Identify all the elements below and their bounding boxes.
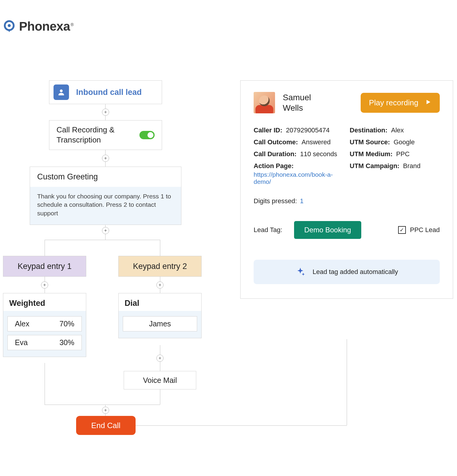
person-icon [54,84,69,100]
add-step-icon[interactable]: + [41,281,48,289]
utm-medium-row: UTM Medium: PPC [350,150,440,158]
connector-line [347,339,347,425]
call-recording-node[interactable]: Call Recording & Transcription [49,120,162,150]
utm-source-row: UTM Source: Google [350,138,440,146]
custom-greeting-body: Thank you for choosing our company. Pres… [30,187,181,225]
weighted-row-name: Eva [15,338,28,347]
caller-id-row: Caller ID: 207929005474 [254,126,344,134]
add-step-icon[interactable]: + [102,407,109,414]
auto-tag-banner: Lead tag added automatically [254,260,440,284]
lead-tag-label: Lead Tag: [254,226,282,234]
phonexa-logo-icon [3,20,15,33]
add-step-icon[interactable]: + [102,227,109,234]
weighted-title: Weighted [3,299,86,311]
caller-name: Samuel Wells [283,92,311,113]
add-step-icon[interactable]: + [102,109,109,116]
keypad-entry-1-node[interactable]: Keypad entry 1 [3,256,86,277]
voicemail-label: Voice Mail [143,376,177,385]
auto-tag-text: Lead tag added automatically [312,268,398,276]
weighted-row-pct: 30% [59,338,74,347]
lead-tag-pill[interactable]: Demo Booking [294,221,361,239]
dial-node[interactable]: Dial James [118,293,202,338]
svg-point-1 [8,24,11,27]
voicemail-node[interactable]: Voice Mail [124,371,196,389]
add-step-icon[interactable]: + [156,281,164,289]
call-detail-card: Samuel Wells Play recording Caller ID: 2… [240,80,453,299]
keypad-entry-1-label: Keypad entry 1 [18,262,72,271]
keypad-entry-2-node[interactable]: Keypad entry 2 [118,256,202,277]
brand-logo: Phonexa® [3,19,73,34]
weighted-row[interactable]: Alex 70% [7,316,82,331]
action-page-row: Action Page: https://phonexa.com/book-a-… [254,162,344,185]
add-step-icon[interactable]: + [156,355,164,362]
utm-campaign-row: UTM Campaign: Brand [350,162,440,185]
custom-greeting-node[interactable]: Custom Greeting Thank you for choosing o… [30,167,181,225]
play-icon [425,98,431,107]
destination-row: Destination: Alex [350,126,440,134]
inbound-call-node[interactable]: Inbound call lead [49,80,162,104]
sparkle-icon [295,267,305,277]
end-call-button[interactable]: End Call [76,416,136,435]
weighted-node[interactable]: Weighted Alex 70% Eva 30% [3,293,86,357]
weighted-row[interactable]: Eva 30% [7,335,82,350]
ppc-lead-label: PPC Lead [410,226,440,234]
recording-toggle[interactable] [139,131,155,139]
duration-row: Call Duration: 110 seconds [254,150,344,158]
ppc-lead-checkbox[interactable]: ✓ [398,226,406,234]
weighted-row-pct: 70% [59,320,74,328]
brand-name: Phonexa® [19,19,73,34]
dial-target[interactable]: James [123,316,197,331]
outcome-row: Call Outcome: Answered [254,138,344,146]
play-recording-label: Play recording [369,98,418,107]
svg-point-2 [60,90,62,92]
play-recording-button[interactable]: Play recording [361,93,440,113]
inbound-call-title: Inbound call lead [76,88,142,97]
digits-pressed-row: Digits pressed: 1 [254,197,440,205]
keypad-entry-2-label: Keypad entry 2 [133,262,187,271]
caller-avatar [254,92,275,113]
dial-title: Dial [119,299,201,311]
add-step-icon[interactable]: + [102,155,109,162]
call-recording-title: Call Recording & Transcription [56,125,139,145]
end-call-label: End Call [91,421,120,430]
weighted-row-name: Alex [15,320,29,328]
custom-greeting-title: Custom Greeting [37,172,174,181]
connector-line [136,425,347,426]
action-page-link[interactable]: https://phonexa.com/book-a-demo/ [254,171,344,185]
